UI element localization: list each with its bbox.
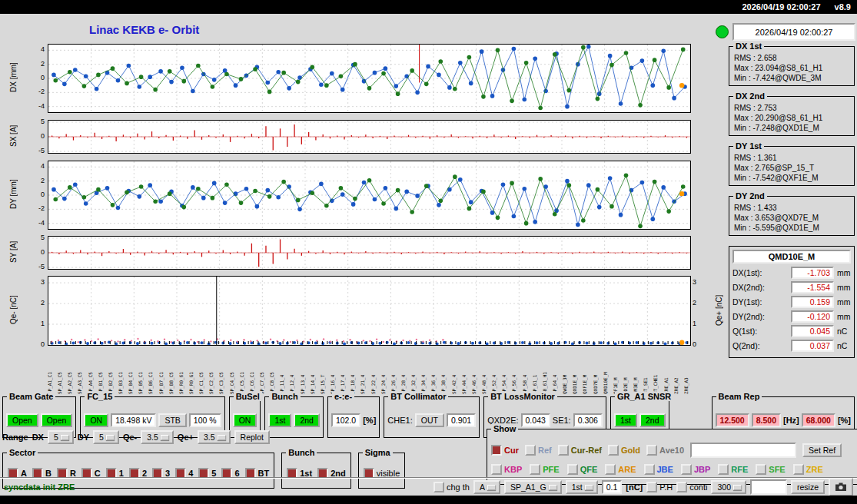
monitor-label: SP_C3_C5 <box>219 346 224 394</box>
qmd-row-unit: mm <box>837 297 851 307</box>
range-qem-select[interactable]: 3.5 <box>141 430 174 444</box>
range-dx-label: DX <box>32 433 44 442</box>
qmd-row-value: -0.120 <box>791 310 834 323</box>
checkbox-indicator[interactable] <box>605 464 616 475</box>
checkbox-indicator[interactable] <box>525 445 536 456</box>
y-tick-label: 3 <box>41 278 45 286</box>
y-tick-label: 2 <box>41 177 45 184</box>
monitor-label: SP_C4_C5 <box>230 346 235 394</box>
checkbox-indicator[interactable] <box>608 445 619 456</box>
check-cur[interactable]: Cur <box>491 445 519 456</box>
checkbox-label: Gold <box>621 446 640 455</box>
monitor-label: QXD1E_M <box>573 346 578 394</box>
monitor-label: SP_52_4 <box>492 346 497 394</box>
check-are[interactable]: ARE <box>605 464 636 475</box>
dy-axis-label: DY [mm] <box>9 161 18 228</box>
sector-a-select[interactable]: A <box>473 480 500 494</box>
interval-input[interactable] <box>750 479 787 495</box>
check-ave10[interactable]: Ave10 <box>646 445 684 456</box>
bunch-1st-button[interactable]: 1st <box>268 413 291 427</box>
chg-th-indicator[interactable] <box>433 482 444 492</box>
sy-axis-label: SY [A] <box>9 236 18 268</box>
ph-indicator[interactable] <box>646 482 657 492</box>
y-tick-label: 1 <box>693 320 696 327</box>
check-jbp[interactable]: JBP <box>681 464 710 475</box>
che1-out-button[interactable]: OUT <box>415 413 444 427</box>
monitor-label: SP_C2_C5 <box>209 346 214 394</box>
checkbox-indicator[interactable] <box>491 464 502 475</box>
y-tick-label: 0 <box>41 340 45 348</box>
threshold-unit: [nC] <box>626 482 643 492</box>
checkbox-label: 2 <box>142 469 147 478</box>
check-gold[interactable]: Gold <box>608 445 640 456</box>
check-qfe[interactable]: QFE <box>567 464 598 475</box>
monitor-label: SP_24_4 <box>381 346 387 394</box>
resize-button[interactable]: resize <box>791 480 825 494</box>
range-qep-select[interactable]: 3.5 <box>198 430 231 444</box>
bunch-2nd-button[interactable]: 2nd <box>294 413 320 427</box>
set-ref-button[interactable]: Set Ref <box>802 443 842 457</box>
checkbox-indicator[interactable] <box>793 464 804 475</box>
bunch-select[interactable]: 1st <box>566 480 598 494</box>
checkbox-label: ZRE <box>806 465 823 474</box>
bt-collimator-title: BT Collimator <box>388 392 448 401</box>
monitor-label: SP_61_1 <box>533 346 538 394</box>
gr-snsr-1st-button[interactable]: 1st <box>614 413 637 427</box>
check-jbe[interactable]: JBE <box>644 464 673 475</box>
stat-group-title: DY 2nd <box>733 191 767 201</box>
interval-select[interactable]: 300 <box>711 480 746 494</box>
stat-rms: RMS : 1.433 <box>732 203 851 213</box>
checkbox-indicator[interactable] <box>718 464 729 475</box>
stat-max: Max : 3.653@QXD7E_M <box>732 213 851 223</box>
gr-snsr-2nd-button[interactable]: 2nd <box>639 413 666 427</box>
check-ref[interactable]: Ref <box>525 445 552 456</box>
beam-gate-open-1-button[interactable]: Open <box>6 413 38 427</box>
conti-checkbox[interactable]: conti <box>676 482 707 492</box>
monitor-label: SP_42_4 <box>452 346 457 394</box>
check-rfe[interactable]: RFE <box>718 464 748 475</box>
qmd-row: Q(1st):0.045nC <box>732 325 851 337</box>
show-row-1: CurRefCur-RefGoldAve10 Set Ref <box>491 443 857 458</box>
conti-indicator[interactable] <box>676 482 687 492</box>
monitor-label: SP_18_4 <box>350 346 356 394</box>
checkbox-indicator[interactable] <box>646 445 657 456</box>
ref-name-input[interactable] <box>690 443 796 458</box>
range-dy-select[interactable]: 5 <box>93 430 119 444</box>
monitor-label: SP_A4_C5 <box>88 346 94 394</box>
beam-gate-open-2-button[interactable]: Open <box>41 413 73 427</box>
bt-lossmonitor-title: BT LossMonitor <box>488 392 557 401</box>
dy-ytick-labels: 420-2-4 <box>29 161 46 228</box>
y-tick-label: 3 <box>693 278 696 286</box>
fc15-stb-button[interactable]: STB <box>158 413 186 427</box>
screenshot-button[interactable] <box>829 478 853 496</box>
checkbox-indicator[interactable] <box>530 464 540 475</box>
checkbox-indicator[interactable] <box>491 445 502 456</box>
check-zre[interactable]: ZRE <box>793 464 823 475</box>
checkbox-indicator[interactable] <box>756 464 766 475</box>
busel-on-button[interactable]: ON <box>233 413 257 427</box>
checkbox-indicator[interactable] <box>558 445 569 456</box>
ph-checkbox[interactable]: P.H <box>646 482 673 492</box>
y-tick-label: 0 <box>693 340 696 348</box>
check-cur-ref[interactable]: Cur-Ref <box>558 445 602 456</box>
checkbox-indicator[interactable] <box>644 464 655 475</box>
range-dx-select[interactable]: 5 <box>48 430 74 444</box>
monitor-select[interactable]: SP_A1_G <box>504 480 562 494</box>
replot-button[interactable]: Replot <box>234 430 270 444</box>
check-kbp[interactable]: KBP <box>491 464 522 475</box>
y-tick-label: 1 <box>41 320 45 327</box>
checkbox-label: 3 <box>165 469 170 478</box>
monitor-label: SP_B8_C5 <box>169 346 174 394</box>
stat-group-dy-1st: DY 1stRMS : 1.361Max : 2.765@SP_15_TMin … <box>729 146 855 186</box>
chg-th-checkbox[interactable]: chg th <box>433 482 470 492</box>
checkbox-indicator[interactable] <box>681 464 692 475</box>
beam-rep-hz-unit: [Hz] <box>783 416 799 425</box>
checkbox-indicator[interactable] <box>567 464 578 475</box>
ee-ratio-title: e-:e- <box>332 392 354 401</box>
check-sfe[interactable]: SFE <box>756 464 785 475</box>
qmd-row: DX(1st):-1.703mm <box>732 267 851 279</box>
fc15-on-button[interactable]: ON <box>84 413 108 427</box>
checkbox-label: visible <box>377 469 400 478</box>
check-pfe[interactable]: PFE <box>530 464 559 475</box>
qmd-row: DY(1st):0.159mm <box>732 296 851 308</box>
